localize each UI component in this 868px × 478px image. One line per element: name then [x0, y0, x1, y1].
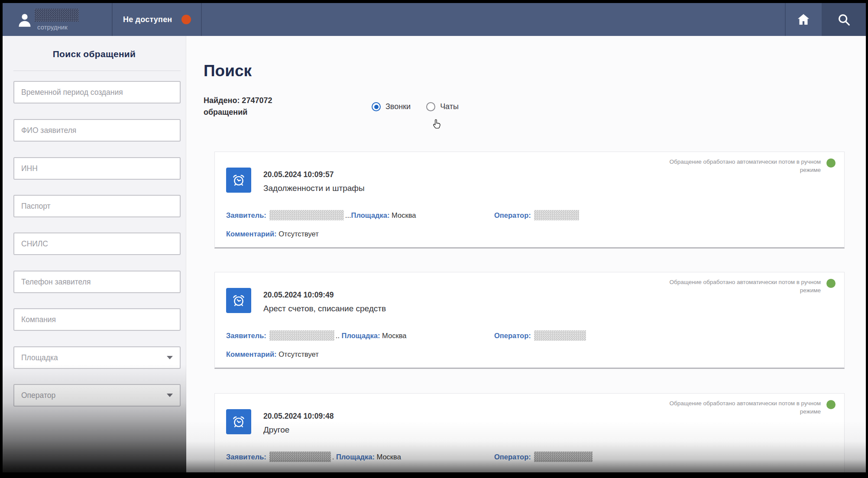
filter-applicant-name-field	[13, 119, 181, 142]
radio-calls[interactable]: Звонки	[372, 102, 411, 111]
card-status-line2: режиме	[635, 286, 821, 294]
card-status-text: Обращение обработано автоматически потом…	[635, 278, 821, 294]
card-status-text: Обращение обработано автоматически потом…	[635, 399, 821, 416]
card-status-line2: режиме	[635, 166, 821, 174]
snils-input[interactable]	[13, 233, 181, 255]
app-window: сотрудник Не доступен Поиск обращений	[3, 3, 866, 472]
phone-input[interactable]	[13, 271, 181, 293]
site-value: Москва	[377, 453, 401, 461]
result-card[interactable]: Обращение обработано автоматически потом…	[214, 272, 845, 369]
alarm-clock-icon	[231, 414, 246, 430]
result-card[interactable]: Обращение обработано автоматически потом…	[214, 393, 845, 472]
operator-select[interactable]: Оператор	[13, 384, 181, 407]
filter-company-field	[13, 308, 181, 331]
alarm-clock-icon	[231, 293, 246, 308]
result-card[interactable]: Обращение обработано автоматически потом…	[214, 152, 845, 249]
card-operator-row: Оператор:	[494, 210, 580, 220]
results-count-line2: обращений	[204, 107, 272, 118]
applicant-value-censored	[269, 330, 334, 341]
card-meta-row: Заявитель:. Площадка: Москва	[226, 452, 401, 462]
comment-label: Комментарий:	[226, 472, 277, 472]
card-datetime: 20.05.2024 10:09:49	[263, 291, 334, 300]
operator-value-censored	[534, 210, 579, 220]
filter-site-field: Площадка	[13, 346, 181, 369]
card-comment-row: Комментарий: Отсутствует	[226, 472, 319, 472]
applicant-suffix: ...	[345, 211, 351, 219]
call-type-badge	[226, 288, 251, 313]
current-user-block[interactable]: сотрудник	[3, 3, 112, 36]
operator-value-censored	[534, 452, 593, 462]
inn-input[interactable]	[13, 157, 181, 180]
radio-chats-circle	[426, 102, 435, 111]
applicant-label: Заявитель:	[226, 453, 266, 461]
availability-label: Не доступен	[123, 15, 172, 24]
search-icon	[837, 13, 851, 27]
site-label: Площадка:	[342, 332, 380, 339]
comment-value: Отсутствует	[279, 230, 319, 238]
results-count-line1: Найдено: 2747072	[204, 95, 272, 107]
chevron-down-icon	[167, 394, 173, 397]
site-value: Москва	[382, 332, 406, 339]
operator-value-censored	[534, 330, 586, 341]
passport-input[interactable]	[13, 195, 181, 217]
operator-select-placeholder: Оператор	[21, 391, 167, 400]
availability-status[interactable]: Не доступен	[123, 3, 201, 36]
header-divider	[112, 3, 113, 36]
card-topic: Задолженности и штрафы	[263, 184, 365, 193]
top-bar: сотрудник Не доступен	[3, 3, 866, 36]
applicant-value-censored	[269, 210, 344, 220]
card-status-line2: режиме	[635, 407, 821, 416]
call-type-badge	[226, 409, 251, 434]
site-label: Площадка:	[336, 453, 375, 461]
status-green-dot	[826, 158, 836, 168]
user-role-label: сотрудник	[37, 23, 68, 31]
card-status-line1: Обращение обработано автоматически потом…	[635, 158, 821, 166]
card-status-text: Обращение обработано автоматически потом…	[635, 158, 821, 174]
filter-operator-field: Оператор	[13, 384, 181, 407]
home-icon	[796, 12, 811, 27]
comment-label: Комментарий:	[226, 350, 277, 358]
applicant-name-input[interactable]	[13, 119, 181, 142]
header-divider	[201, 3, 202, 36]
operator-label: Оператор:	[494, 332, 531, 339]
applicant-label: Заявитель:	[226, 332, 266, 339]
comment-value: Отсутствует	[279, 472, 319, 472]
radio-chats[interactable]: Чаты	[426, 102, 459, 111]
home-button[interactable]	[785, 3, 822, 36]
filter-inn-field	[13, 157, 181, 180]
sidebar-title: Поиск обращений	[3, 49, 186, 59]
card-datetime: 20.05.2024 10:09:57	[263, 170, 334, 179]
company-input[interactable]	[13, 308, 181, 331]
filter-period-field	[13, 81, 181, 103]
user-name-censored	[35, 9, 79, 22]
comment-label: Комментарий:	[226, 230, 277, 238]
search-nav-button[interactable]	[822, 3, 866, 36]
status-green-dot	[826, 400, 836, 409]
search-filters-sidebar: Поиск обращений Площадка	[3, 36, 186, 472]
applicant-value-censored	[269, 452, 331, 462]
comment-value: Отсутствует	[279, 350, 319, 358]
page-title: Поиск	[204, 62, 252, 80]
period-input[interactable]	[13, 81, 181, 103]
applicant-suffix: ..	[336, 332, 340, 339]
radio-chats-label: Чаты	[440, 102, 459, 111]
chevron-down-icon	[167, 356, 173, 359]
card-topic: Другое	[263, 425, 289, 435]
operator-label: Оператор:	[494, 211, 531, 219]
status-green-dot	[826, 279, 836, 288]
card-status-line1: Обращение обработано автоматически потом…	[635, 399, 821, 407]
sidebar-divider	[13, 71, 181, 71]
card-datetime: 20.05.2024 10:09:48	[263, 412, 334, 421]
site-select-placeholder: Площадка	[21, 353, 167, 362]
result-type-radio-group: Звонки Чаты	[372, 102, 459, 111]
card-meta-row: Заявитель:.. Площадка: Москва	[226, 330, 406, 341]
radio-calls-circle	[372, 102, 381, 111]
availability-indicator-dot	[181, 15, 191, 24]
results-count: Найдено: 2747072 обращений	[204, 95, 272, 118]
call-type-badge	[226, 168, 251, 193]
card-status-line1: Обращение обработано автоматически потом…	[635, 278, 821, 286]
card-topic: Арест счетов, списание средств	[263, 304, 386, 313]
filter-passport-field	[13, 195, 181, 217]
site-select[interactable]: Площадка	[13, 346, 181, 369]
site-label: Площадка:	[351, 211, 390, 219]
